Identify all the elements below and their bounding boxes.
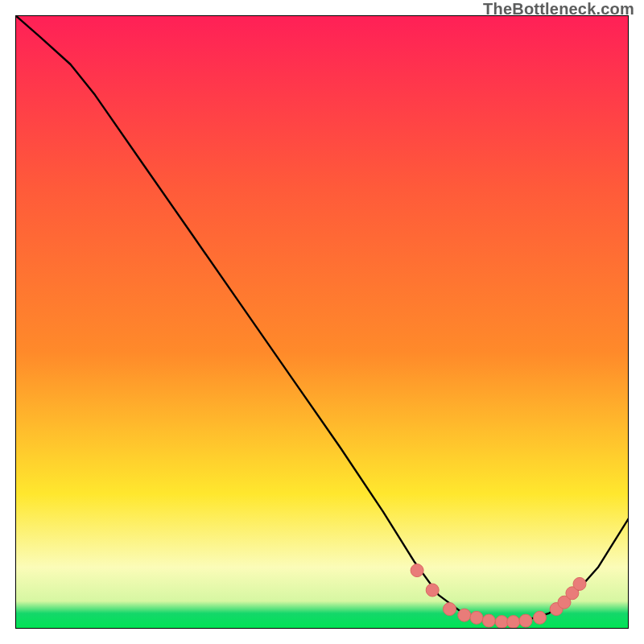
highlight-dot bbox=[507, 616, 520, 629]
highlight-dot bbox=[495, 616, 508, 629]
highlight-dot bbox=[458, 609, 471, 621]
highlight-dot bbox=[426, 584, 439, 597]
highlight-dot bbox=[444, 603, 456, 616]
gradient-background bbox=[15, 15, 629, 629]
chart-stage: TheBottleneck.com bbox=[0, 0, 644, 644]
highlight-dot bbox=[519, 614, 532, 627]
highlight-dot bbox=[411, 564, 423, 577]
plot-svg bbox=[15, 15, 629, 629]
highlight-dot bbox=[470, 611, 483, 624]
highlight-dot bbox=[573, 577, 586, 590]
highlight-dot bbox=[534, 611, 547, 624]
highlight-dot bbox=[482, 614, 495, 627]
plot-area bbox=[15, 15, 629, 629]
